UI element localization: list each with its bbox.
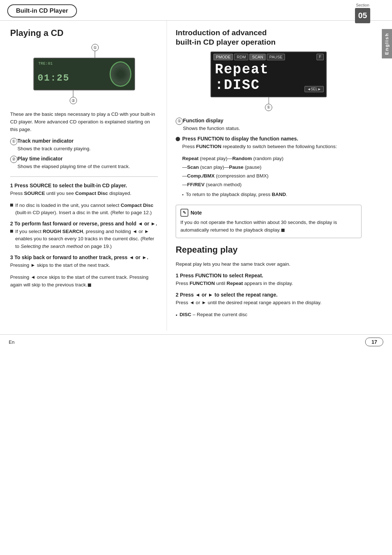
section-num: 05 [355, 8, 370, 23]
indicator-1-heading: Track number indicator [17, 138, 91, 144]
note-box: ✎ Note If you do not operate the functio… [176, 205, 362, 238]
page-number: 17 [365, 338, 383, 346]
rep-step-2-text: Press ◄ or ► until the desired repeat ra… [176, 299, 362, 307]
func-btn-pmode: PMODE [213, 54, 233, 60]
cd-screen-main-text: 01:25 [38, 73, 70, 83]
indicator-2-text: Shows the elapsed playing time of the cu… [17, 163, 130, 171]
func-display-heading: Function display [183, 118, 240, 123]
func-list-4: —FF/REV (search method) [182, 181, 337, 189]
func-btn-scan: SCAN [249, 54, 266, 60]
note-end-marker [281, 229, 285, 232]
func-bullet-item: ▪ To return to the playback display, pre… [182, 191, 337, 198]
func-list-3: —Comp./BMX (compression and BMX) [182, 172, 337, 180]
func-screen: PMODE RDM SCAN PAUSE F Repeat :DISC ◄SEL… [211, 52, 327, 97]
step-1-text: Press SOURCE until you see Compact Disc … [10, 190, 158, 197]
func-btn-rdm: RDM [234, 54, 248, 60]
func-btn-pause: PAUSE [267, 54, 285, 60]
func-display-circle: ① [176, 118, 183, 125]
func-display-text: Shows the function status. [183, 125, 240, 132]
indicator-2-item: ② Play time indicator Shows the elapsed … [10, 156, 158, 171]
top-bar: Built-in CD Player Section 05 [0, 0, 392, 21]
press-func-item: Press FUNCTION to display the function n… [176, 136, 362, 200]
rep-step-1-block: 1 Press FUNCTION to select Repeat. Press… [176, 273, 362, 287]
func-list-1: Repeat (repeat play)—Random (random play… [182, 155, 337, 163]
bullet-circle-icon [176, 137, 180, 141]
step-1-heading: 1 Press SOURCE to select the built-in CD… [10, 183, 158, 188]
step-2-block: 2 To perform fast forward or reverse, pr… [10, 221, 158, 250]
step-3-text1: Pressing ► skips to the start of the nex… [10, 262, 158, 269]
func-callout-1: ① [265, 104, 272, 111]
rep-bullet-1: • DISC – Repeat the current disc [176, 311, 362, 319]
cd-screen: TRE:01 01:25 [33, 58, 135, 90]
advanced-title: Introduction of advanced built-in CD pla… [176, 28, 362, 47]
rep-step-1-heading: 1 Press FUNCTION to select Repeat. [176, 273, 362, 278]
func-sel-badge: ◄SEL► [305, 86, 324, 92]
section-label: Section [356, 3, 369, 7]
cd-screen-small-text: TRE:01 [38, 61, 53, 66]
built-in-badge: Built-in CD Player [7, 4, 77, 17]
func-display-diagram: PMODE RDM SCAN PAUSE F Repeat :DISC ◄SEL… [211, 52, 327, 111]
step-2-heading: 2 To perform fast forward or reverse, pr… [10, 221, 158, 227]
step-2-bullet: If you select ROUGH SEARCH, pressing and… [10, 228, 158, 250]
step-3-block: 3 To skip back or forward to another tra… [10, 254, 158, 289]
bullet-square-icon-2 [10, 230, 13, 233]
callout-1-circle: ① [91, 44, 99, 51]
left-column: Playing a CD ① TRE:01 01:25 [0, 21, 167, 331]
func-main-text: Repeat :DISC [213, 61, 305, 94]
func-btn-sel: F [317, 54, 324, 60]
rep-step-1-text: Press FUNCTION until Repeat appears in t… [176, 280, 362, 287]
playing-cd-title: Playing a CD [10, 28, 158, 38]
cd-graphic [110, 61, 131, 87]
bullet-dot-icon: • [176, 312, 177, 319]
note-icon: ✎ [180, 209, 188, 217]
playing-cd-intro: These are the basic steps necessary to p… [10, 111, 158, 134]
note-text: If you do not operate the function withi… [180, 219, 357, 234]
page-footer: En 17 [0, 334, 392, 349]
func-list-2: —Scan (scan play)—Pause (pause) [182, 164, 337, 171]
step-1-bullet: If no disc is loaded in the unit, you ca… [10, 202, 158, 217]
press-func-text: Press FUNCTION repeatedly to switch betw… [182, 143, 337, 151]
note-header: ✎ Note [180, 209, 357, 217]
rep-step-2-block: 2 Press ◄ or ► to select the repeat rang… [176, 292, 362, 319]
func-display-item: ① Function display Shows the function st… [176, 118, 362, 132]
language-sidebar: English [382, 29, 392, 58]
step-3-text2: Pressing ◄ once skips to the start of th… [10, 274, 158, 289]
step-3-heading: 3 To skip back or forward to another tra… [10, 254, 158, 260]
indicator-1-circle: ① [10, 138, 17, 145]
bullet-triangle-icon: ▪ [182, 192, 184, 198]
step-1-block: 1 Press SOURCE to select the built-in CD… [10, 183, 158, 216]
end-marker [88, 283, 91, 287]
func-top-row: PMODE RDM SCAN PAUSE F [213, 54, 324, 60]
indicator-1-text: Shows the track currently playing. [17, 145, 91, 153]
main-content: Playing a CD ① TRE:01 01:25 [0, 21, 392, 331]
footer-lang: En [9, 339, 15, 345]
indicator-2-heading: Play time indicator [17, 156, 130, 162]
repeating-intro: Repeat play lets you hear the same track… [176, 261, 362, 268]
cd-display-diagram: ① TRE:01 01:25 ② [30, 44, 139, 104]
repeating-section: Repeating play Repeat play lets you hear… [176, 245, 362, 319]
right-column: Introduction of advanced built-in CD pla… [167, 21, 370, 331]
indicator-2-circle: ② [10, 156, 17, 163]
press-func-heading: Press FUNCTION to display the function n… [182, 136, 337, 142]
callout-2-circle: ② [70, 97, 77, 104]
section-box: Section 05 [355, 3, 370, 23]
repeating-title: Repeating play [176, 245, 362, 255]
bullet-square-icon [10, 204, 13, 207]
rep-step-2-heading: 2 Press ◄ or ► to select the repeat rang… [176, 292, 362, 298]
indicator-1-item: ① Track number indicator Shows the track… [10, 138, 158, 153]
